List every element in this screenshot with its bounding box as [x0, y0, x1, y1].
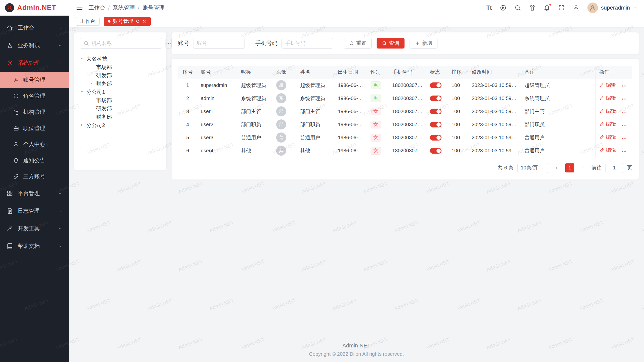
tab-label: 账号管理 [113, 18, 133, 25]
sidebar-subitem-position-mgmt[interactable]: 职位管理 [0, 120, 69, 136]
cell-avatar: 普 [273, 131, 297, 144]
hamburger-menu-icon[interactable] [76, 4, 83, 11]
edit-button[interactable]: 编辑 [599, 81, 616, 88]
sidebar-subitem-org-mgmt[interactable]: 机构管理 [0, 104, 69, 120]
row-avatar: 普 [276, 132, 286, 143]
breadcrumb-item[interactable]: 工作台 [89, 4, 105, 12]
font-size-icon[interactable]: Tt [486, 5, 492, 11]
sidebar-subitem-personal-center[interactable]: 个人中心 [0, 136, 69, 152]
sidebar-subitem-account-mgmt[interactable]: 账号管理 [0, 72, 69, 88]
sidebar-item-dev-tools[interactable]: 开发工具 [0, 220, 69, 237]
query-panel: 账号 手机号码 重置 查询 新增 [172, 32, 639, 54]
component-size-icon[interactable] [500, 5, 506, 11]
chev-down-icon [633, 6, 637, 10]
cell-sort: 100 [448, 92, 468, 105]
phone-input[interactable] [281, 38, 333, 49]
chev-down-icon [58, 226, 62, 231]
goto-page-input[interactable] [606, 163, 623, 173]
tree-node[interactable]: 分公司2 [80, 121, 161, 129]
status-toggle[interactable] [430, 109, 441, 114]
doc-icon [7, 208, 13, 214]
tree-node[interactable]: 大名科技 [80, 55, 161, 63]
page-size-select[interactable]: 10条/页 [517, 163, 548, 173]
theme-icon[interactable] [529, 5, 536, 11]
notification-icon[interactable] [544, 5, 550, 11]
status-toggle[interactable] [430, 122, 441, 127]
status-toggle[interactable] [430, 148, 441, 154]
tree-node[interactable]: 研发部 [90, 71, 161, 79]
row-more-button[interactable] [621, 135, 627, 141]
gender-tag: 女 [371, 108, 381, 115]
row-more-button[interactable] [621, 122, 627, 128]
status-toggle[interactable] [430, 82, 441, 88]
sidebar-item-label: 开发工具 [18, 225, 58, 232]
row-more-button[interactable] [621, 96, 627, 102]
next-page-button[interactable] [578, 163, 587, 172]
tree-node[interactable]: 财务部 [90, 113, 161, 121]
page-number-button[interactable]: 1 [565, 163, 574, 172]
column-header: 账号 [197, 66, 237, 79]
row-more-button[interactable] [621, 83, 627, 89]
tab-workbench[interactable]: 工作台 [76, 17, 100, 26]
edit-button[interactable]: 编辑 [599, 121, 616, 127]
tree-node[interactable]: 市场部 [90, 63, 161, 71]
cell-status [426, 92, 448, 105]
profile-icon[interactable] [573, 5, 579, 11]
sidebar-subitem-notice[interactable]: 通知公告 [0, 152, 69, 168]
edit-button[interactable]: 编辑 [599, 134, 616, 141]
prev-page-button[interactable] [552, 163, 561, 172]
tree-node-label: 研发部 [96, 72, 112, 79]
cell-status [426, 105, 448, 118]
cell-nickname: 系统管理员 [237, 92, 273, 105]
fullscreen-icon[interactable] [558, 5, 565, 11]
more-icon [621, 83, 627, 89]
app-logo-icon [5, 3, 14, 12]
breadcrumb-item[interactable]: 系统管理 [113, 4, 135, 12]
footer-copyright: Copyright © 2022 Dilon All rights reserv… [69, 351, 644, 357]
tree-caret[interactable] [80, 57, 86, 61]
tree-node-label: 分公司1 [86, 88, 105, 96]
sidebar-item-log-mgmt[interactable]: 日志管理 [0, 202, 69, 220]
sidebar-item-business-test[interactable]: 业务测试 [0, 37, 69, 54]
sidebar-item-platform-mgmt[interactable]: 平台管理 [0, 185, 69, 202]
cell-modified: 2023-01-03 10:59:44 [468, 105, 521, 118]
gender-tag: 女 [371, 121, 381, 128]
cell-remark: 系统管理员 [521, 92, 595, 105]
edit-button[interactable]: 编辑 [599, 147, 616, 154]
tree-node[interactable]: 市场部 [90, 96, 161, 104]
search-icon [382, 41, 387, 46]
sidebar-item-system-mgmt[interactable]: 系统管理 [0, 54, 69, 72]
tree-node-label: 研发部 [96, 105, 112, 112]
status-toggle[interactable] [430, 96, 441, 101]
sidebar-subitem-third-party-account[interactable]: 三方账号 [0, 168, 69, 185]
tree-node[interactable]: 研发部 [90, 104, 161, 113]
reset-button[interactable]: 重置 [344, 38, 372, 49]
sidebar-item-help-docs[interactable]: 帮助文档 [0, 237, 69, 255]
user-menu[interactable]: superadmin [587, 3, 637, 13]
gender-tag: 女 [371, 134, 381, 142]
tree-node[interactable]: 财务部 [90, 79, 161, 88]
cell-phone: 18020030720 [389, 105, 426, 118]
status-toggle[interactable] [430, 135, 441, 141]
row-more-button[interactable] [621, 109, 627, 115]
tree-node[interactable]: 分公司1 [80, 88, 161, 96]
tab-account-mgmt[interactable]: 账号管理 [104, 17, 151, 26]
row-more-button[interactable] [621, 148, 627, 154]
search-button[interactable]: 查询 [377, 38, 405, 49]
flask-icon [7, 42, 13, 49]
search-icon[interactable] [514, 5, 521, 11]
edit-button[interactable]: 编辑 [599, 108, 616, 114]
tree-caret[interactable] [80, 90, 86, 94]
cell-gender: 男 [367, 79, 389, 92]
cell-name: 部门主管 [297, 105, 334, 118]
tree-more-button[interactable] [166, 38, 172, 49]
add-button[interactable]: 新增 [410, 38, 437, 49]
sidebar-item-workbench[interactable]: 工作台 [0, 19, 69, 37]
tree-caret[interactable] [80, 123, 86, 127]
account-input[interactable] [193, 38, 245, 49]
org-search-input[interactable] [92, 40, 158, 46]
edit-button[interactable]: 编辑 [599, 95, 616, 101]
pagination: 共 6 条 10条/页 1 前往 [178, 163, 632, 173]
tree-caret[interactable] [90, 81, 96, 86]
sidebar-subitem-role-mgmt[interactable]: 角色管理 [0, 88, 69, 104]
